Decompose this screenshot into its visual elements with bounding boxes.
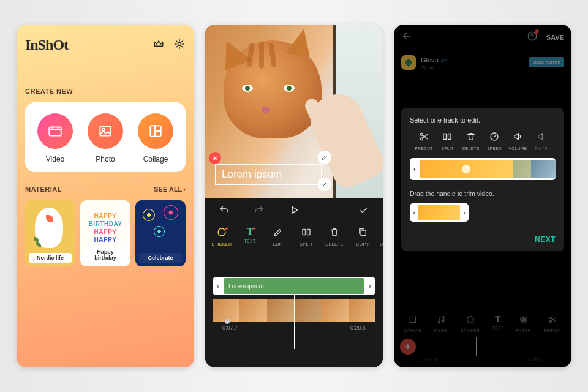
tool-delete[interactable]: DELETE (322, 227, 347, 246)
photo-icon (88, 113, 123, 149)
svg-rect-16 (410, 317, 415, 322)
app-logo: InShOt (25, 37, 68, 53)
svg-rect-1 (49, 127, 61, 136)
trim-segment[interactable] (418, 205, 460, 220)
tool-photo[interactable]: Photo (88, 113, 123, 164)
tool-duplicate-label: DUPLIC (380, 242, 383, 246)
tool-collage[interactable]: Collage (138, 113, 173, 164)
bottom-toolbar: CANVAS MUSIC STICKER TTEXT FILTER PRECUT (394, 315, 571, 335)
tool-edit[interactable]: EDIT (265, 227, 291, 246)
btool-precut[interactable]: PRECUT (544, 315, 562, 333)
trim-handle-right[interactable]: › (460, 203, 469, 222)
ov-tool-precut[interactable]: PRECUT (412, 131, 435, 151)
ov-tool-volume[interactable]: VOLUME (506, 131, 529, 151)
btool-canvas[interactable]: CANVAS (404, 315, 421, 333)
copy-icon (357, 227, 368, 240)
pencil-icon (273, 227, 284, 240)
ov-tool-mute[interactable]: MUTE (530, 131, 553, 151)
save-button[interactable]: SAVE (546, 34, 564, 41)
material-celebrate[interactable]: Celebrate (135, 200, 186, 266)
top-bar: SAVE (394, 24, 571, 50)
edit-text-handle[interactable] (318, 151, 331, 164)
video-icon (37, 113, 73, 149)
onboarding-overlay: Select one track to edit. PRECUT SPLIT D… (401, 108, 564, 251)
editor-screen: × Lorem ipsum + STICKER T+ TEXT EDIT (205, 24, 383, 368)
ov-tool-delete[interactable]: DELETE (459, 131, 483, 151)
scrubber[interactable] (421, 337, 565, 356)
svg-rect-6 (303, 230, 306, 235)
scale-handle[interactable] (318, 178, 331, 191)
back-icon[interactable] (401, 31, 412, 44)
svg-point-0 (178, 42, 181, 45)
tool-copy[interactable]: COPY (350, 227, 375, 246)
playhead[interactable] (294, 295, 295, 349)
home-screen: InShOt CREATE NEW Video Photo (17, 24, 194, 368)
track-segment-next[interactable] (531, 160, 556, 178)
tool-text[interactable]: T+ TEXT (237, 227, 263, 246)
split-icon (301, 227, 312, 240)
crown-icon[interactable] (153, 38, 165, 53)
ov-tool-split[interactable]: SPLIT (435, 131, 459, 151)
trash-icon (329, 227, 340, 240)
btool-filter[interactable]: FILTER (516, 315, 531, 333)
collage-icon (138, 113, 173, 149)
material-header: MATERIAL SEE ALL › (25, 186, 186, 193)
ad-logo-icon (401, 55, 416, 70)
btool-text[interactable]: TTEXT (492, 315, 503, 333)
see-all-label: SEE ALL (154, 186, 182, 193)
play-icon[interactable] (288, 205, 300, 218)
ad-sub: Glovo (421, 65, 448, 70)
time-total: 0:20.6 (350, 325, 366, 331)
keyframe-dot[interactable] (225, 319, 230, 324)
thumb (239, 299, 266, 322)
track-handle-left[interactable]: ‹ (410, 158, 420, 180)
btool-sticker[interactable]: STICKER (461, 315, 480, 333)
ad-cta-button[interactable]: завантажити (529, 57, 564, 67)
tool-video[interactable]: Video (37, 113, 73, 164)
tool-collage-label: Collage (143, 155, 168, 164)
preview-bg (285, 26, 314, 56)
confirm-icon[interactable] (358, 205, 369, 218)
tool-split[interactable]: SPLIT (293, 227, 319, 246)
material-birthday[interactable]: HAPPY BIRTHDAY HAPPY HAPPY Happy birthda… (80, 200, 130, 266)
sticker-icon (466, 315, 475, 327)
svg-point-18 (442, 320, 444, 322)
gear-icon[interactable] (173, 38, 186, 53)
tool-sticker[interactable]: + STICKER (209, 227, 235, 246)
close-icon[interactable]: × (209, 152, 221, 164)
thumb (349, 299, 375, 322)
timeline[interactable]: ‹ Lorem ipsum › 0:07.7 0:20.6 (205, 251, 383, 368)
bottom-times: 0:00.0 0:20.6 (394, 356, 571, 363)
overlay-hint: Drag the handle to trim video. (410, 190, 556, 197)
svg-point-17 (438, 322, 440, 323)
tool-duplicate[interactable]: DUPLIC (378, 227, 383, 246)
add-button[interactable]: + (400, 339, 416, 355)
next-button[interactable]: NEXT (410, 235, 556, 244)
clip-handle-left[interactable]: ‹ (213, 277, 224, 295)
clip-handle-right[interactable]: › (364, 277, 375, 295)
edit-toolbar[interactable]: + STICKER T+ TEXT EDIT SPLIT DELETE COPY… (205, 224, 383, 251)
btime-total: 0:20.6 (529, 357, 542, 363)
track-segment[interactable] (420, 160, 513, 178)
material-celebrate-label: Celebrate (139, 253, 182, 263)
material-list[interactable]: Nordic life HAPPY BIRTHDAY HAPPY HAPPY H… (25, 200, 186, 266)
track-selector[interactable]: ‹ › (410, 158, 556, 180)
material-nordic[interactable]: Nordic life (25, 200, 75, 266)
undo-icon[interactable] (219, 205, 230, 218)
ov-tool-speed[interactable]: SPEED (483, 131, 506, 151)
clip-label[interactable]: Lorem ipsum (224, 278, 364, 294)
btool-music[interactable]: MUSIC (434, 315, 448, 333)
text-overlay[interactable]: Lorem ipsum (215, 164, 322, 185)
trim-preview[interactable]: ‹ › (410, 203, 469, 222)
notification-dot (535, 29, 539, 34)
text-clip[interactable]: ‹ Lorem ipsum › (213, 277, 375, 295)
see-all-button[interactable]: SEE ALL › (154, 186, 186, 193)
video-preview[interactable]: × Lorem ipsum (205, 24, 383, 198)
trim-handle-left[interactable]: ‹ (410, 203, 418, 222)
help-icon[interactable] (527, 31, 538, 44)
tool-sticker-label: STICKER (211, 242, 232, 246)
ad-banner[interactable]: GlovoAD Glovo завантажити (394, 50, 571, 74)
svg-rect-8 (361, 230, 366, 235)
redo-icon[interactable] (254, 205, 265, 218)
thumb (294, 299, 321, 322)
